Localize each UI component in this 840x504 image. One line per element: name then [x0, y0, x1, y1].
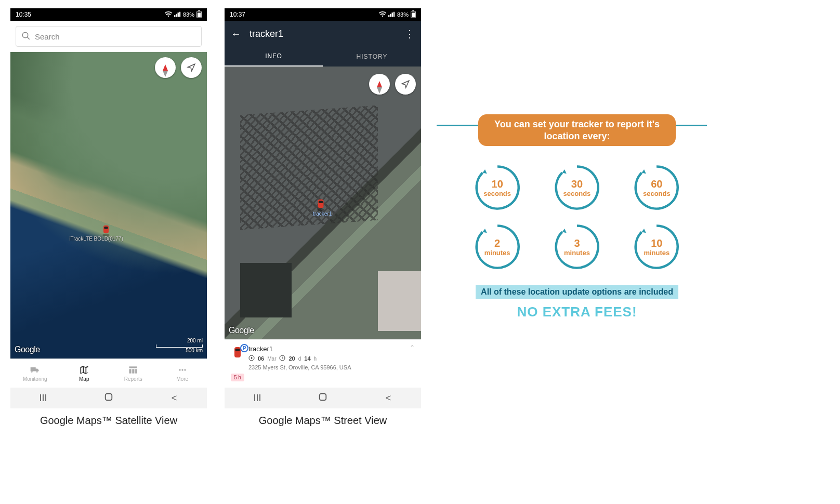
locate-button[interactable]	[395, 74, 416, 95]
no-fees-note: NO EXTRA FEES!	[437, 304, 717, 320]
compass-icon	[377, 81, 382, 87]
option-num: 3	[574, 238, 580, 248]
play-icon	[248, 355, 255, 362]
map-scale: 200 mi 500 km	[156, 338, 203, 353]
tracker-meta: 06 Mar 20 d 14 h	[248, 355, 415, 362]
included-note: All of these location update options are…	[476, 285, 678, 299]
svg-point-13	[181, 369, 183, 370]
nav-recent[interactable]: III	[33, 393, 54, 404]
option-unit: seconds	[643, 190, 671, 197]
option-unit: minutes	[484, 249, 510, 256]
status-bar: 10:35 83%	[10, 8, 207, 21]
locate-icon	[187, 63, 196, 72]
svg-rect-9	[129, 369, 132, 373]
compass-button[interactable]	[155, 57, 176, 78]
android-nav: III <	[225, 388, 421, 408]
svg-rect-10	[133, 369, 135, 373]
bottom-tabs: Monitoring Map Reports More	[10, 359, 207, 388]
tracker-pin-label: tracker1	[313, 211, 332, 217]
sub-tabs: INFO HISTORY	[225, 47, 421, 67]
tab-map[interactable]: Map	[60, 359, 109, 388]
tab-label: Map	[79, 376, 89, 382]
status-bar: 10:37 83%	[225, 8, 421, 21]
option-30-seconds: 30 seconds	[553, 164, 601, 211]
svg-rect-2	[198, 12, 201, 17]
nav-back[interactable]: <	[164, 393, 185, 404]
tab-history[interactable]: HISTORY	[323, 47, 421, 67]
date-month: Mar	[267, 356, 276, 362]
map-icon	[78, 365, 90, 375]
date-num: 06	[258, 355, 264, 362]
compass-button[interactable]	[369, 74, 390, 95]
chevron-up-icon: ⌃	[410, 344, 415, 351]
tracker-pin-label: iTrackLTE BOLD(0177)	[69, 236, 123, 242]
update-interval-info: You can set your tracker to report it's …	[437, 94, 717, 320]
status-time: 10:37	[230, 11, 245, 18]
tab-reports[interactable]: Reports	[109, 359, 158, 388]
tab-monitoring[interactable]: Monitoring	[10, 359, 60, 388]
battery-text: 83%	[183, 11, 194, 18]
option-num: 10	[651, 238, 662, 248]
tab-label: Monitoring	[23, 376, 47, 382]
option-10-minutes: 10 minutes	[633, 223, 680, 271]
headline-banner: You can set your tracker to report it's …	[478, 114, 676, 146]
phone1-caption: Google Maps™ Satellite View	[10, 415, 207, 427]
svg-rect-21	[319, 201, 323, 203]
tracker-address: 2325 Myers St, Oroville, CA 95966, USA	[248, 364, 415, 370]
svg-rect-7	[104, 227, 108, 229]
overflow-button[interactable]: ⋮	[404, 28, 415, 40]
option-60-seconds: 60 seconds	[633, 164, 680, 211]
option-num: 60	[651, 179, 662, 189]
more-icon	[177, 365, 188, 375]
appbar-title: tracker1	[250, 29, 404, 39]
battery-text: 83%	[397, 11, 409, 18]
svg-rect-8	[129, 366, 137, 368]
nav-home[interactable]	[98, 392, 119, 404]
search-area: Search	[10, 21, 207, 52]
option-unit: minutes	[564, 249, 590, 256]
map-aerial[interactable]: tracker1 Google	[225, 67, 421, 339]
map-satellite[interactable]: iTrackLTE BOLD(0177) Google 200 mi 500 k…	[10, 52, 207, 359]
svg-rect-18	[412, 12, 415, 17]
option-num: 10	[492, 179, 503, 189]
scale-km: 500 km	[156, 348, 203, 353]
parked-icon: P	[240, 344, 248, 352]
search-icon	[21, 31, 31, 42]
tracker-pin[interactable]	[101, 223, 111, 237]
back-button[interactable]: ←	[231, 28, 243, 40]
tab-label: Reports	[124, 376, 142, 382]
truck-icon	[29, 365, 41, 375]
wifi-icon	[379, 11, 386, 18]
app-bar: ← tracker1 ⋮	[225, 21, 421, 47]
signal-icon	[174, 11, 181, 18]
nav-recent[interactable]: III	[247, 393, 268, 404]
svg-rect-11	[135, 369, 137, 373]
tab-label: More	[176, 376, 188, 382]
clock-icon	[279, 355, 285, 362]
tab-more[interactable]: More	[158, 359, 207, 388]
svg-rect-6	[103, 226, 109, 233]
option-num: 2	[494, 238, 500, 248]
svg-point-3	[22, 32, 28, 38]
tracker-info-card[interactable]: ⌃ P tracker1 06 Mar 20 d 14 h 2325 Myers…	[225, 339, 421, 388]
wifi-icon	[165, 11, 172, 18]
dur-d: 20	[288, 355, 295, 362]
compass-icon	[163, 64, 168, 71]
battery-icon	[196, 10, 202, 19]
tracker-pin[interactable]	[315, 197, 326, 212]
dur-h: 14	[304, 355, 310, 362]
nav-home[interactable]	[312, 392, 333, 404]
option-unit: minutes	[644, 249, 670, 256]
tab-info[interactable]: INFO	[225, 47, 323, 67]
svg-line-4	[27, 37, 30, 39]
svg-rect-20	[318, 200, 323, 208]
dur-d-unit: d	[298, 356, 301, 362]
locate-button[interactable]	[181, 57, 202, 78]
search-input[interactable]: Search	[16, 26, 202, 47]
svg-rect-23	[235, 349, 240, 351]
nav-back[interactable]: <	[378, 393, 399, 404]
option-10-seconds: 10 seconds	[474, 164, 521, 211]
option-unit: seconds	[483, 190, 511, 197]
tracker-name: tracker1	[248, 345, 415, 353]
svg-point-12	[179, 369, 180, 370]
